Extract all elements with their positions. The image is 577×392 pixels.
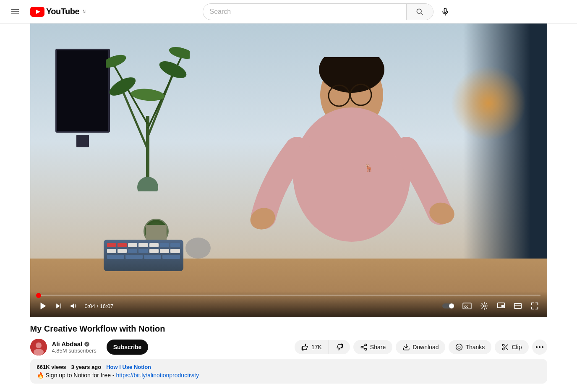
svg-point-60 bbox=[536, 346, 538, 348]
avatar-image bbox=[30, 339, 47, 355]
bg-mouse-pad bbox=[185, 238, 211, 259]
video-info: My Creative Workflow with Notion Ali Abd… bbox=[30, 317, 547, 387]
play-button[interactable] bbox=[37, 300, 50, 312]
svg-rect-7 bbox=[444, 8, 446, 12]
svg-point-35 bbox=[449, 303, 454, 308]
video-controls: 0:04 / 16:07 CC bbox=[30, 291, 547, 317]
action-buttons: 17K bbox=[295, 340, 547, 355]
progress-bar[interactable] bbox=[37, 295, 540, 296]
svg-point-26 bbox=[293, 107, 410, 242]
search-bar bbox=[203, 3, 433, 20]
description-text: 🔥 Sign up to Notion for free - https://b… bbox=[37, 372, 540, 379]
header-left: YouTubeIN bbox=[7, 3, 86, 20]
scissors-icon bbox=[501, 343, 509, 351]
autoplay-toggle-icon bbox=[442, 303, 454, 309]
thumbs-down-icon bbox=[336, 343, 343, 351]
share-label: Share bbox=[370, 344, 386, 350]
svg-marker-33 bbox=[70, 303, 74, 308]
voice-search-button[interactable] bbox=[437, 3, 454, 20]
share-icon bbox=[360, 343, 368, 351]
miniplayer-icon bbox=[497, 302, 505, 310]
svg-point-49 bbox=[365, 348, 367, 350]
svg-line-59 bbox=[506, 348, 508, 350]
volume-button[interactable] bbox=[68, 300, 80, 312]
dislike-button[interactable] bbox=[329, 340, 350, 354]
svg-point-44 bbox=[36, 342, 42, 348]
svg-rect-40 bbox=[501, 305, 504, 307]
bg-monitor bbox=[55, 49, 110, 133]
download-button[interactable]: Download bbox=[396, 340, 445, 354]
bg-warm-light bbox=[451, 65, 526, 141]
svg-point-62 bbox=[542, 346, 543, 348]
svg-point-47 bbox=[365, 344, 367, 346]
svg-point-18 bbox=[130, 88, 164, 102]
settings-button[interactable] bbox=[478, 300, 490, 312]
header-center bbox=[86, 3, 570, 20]
share-button[interactable]: Share bbox=[353, 340, 392, 354]
progress-dot bbox=[36, 293, 41, 298]
next-icon bbox=[55, 302, 63, 310]
progress-fill bbox=[37, 295, 39, 296]
clip-label: Clip bbox=[512, 344, 522, 350]
fullscreen-button[interactable] bbox=[529, 300, 540, 312]
more-options-button[interactable] bbox=[532, 340, 547, 355]
svg-text:CC: CC bbox=[464, 305, 468, 308]
bg-plant-svg bbox=[106, 32, 190, 191]
svg-rect-1 bbox=[11, 11, 19, 12]
video-thumbnail: 🦌 bbox=[30, 24, 547, 317]
subscribe-button[interactable]: Subscribe bbox=[107, 340, 149, 355]
svg-rect-32 bbox=[60, 303, 61, 308]
theater-icon bbox=[514, 302, 522, 310]
promo-icon: 🔥 bbox=[37, 372, 44, 379]
channel-name[interactable]: Ali Abdaal bbox=[52, 340, 97, 348]
desc-stats: 661K views 3 years ago How I Use Notion bbox=[37, 364, 540, 370]
volume-icon bbox=[70, 302, 78, 310]
miniplayer-button[interactable] bbox=[495, 300, 507, 312]
svg-point-19 bbox=[137, 177, 158, 191]
svg-point-38 bbox=[483, 305, 485, 307]
promo-text: Sign up to Notion for free - bbox=[45, 372, 116, 379]
next-button[interactable] bbox=[53, 300, 65, 312]
time-display: 0:04 / 16:07 bbox=[85, 303, 114, 309]
subtitles-icon: CC bbox=[462, 303, 472, 309]
svg-point-48 bbox=[361, 346, 363, 348]
youtube-logo[interactable]: YouTubeIN bbox=[30, 7, 86, 17]
like-button[interactable]: 17K bbox=[295, 340, 329, 354]
video-player[interactable]: 🦌 bbox=[30, 24, 547, 317]
search-button[interactable] bbox=[406, 3, 433, 20]
svg-point-53 bbox=[456, 344, 462, 350]
channel-avatar[interactable] bbox=[30, 339, 47, 355]
view-count: 661K views bbox=[37, 364, 66, 370]
like-dislike-group: 17K bbox=[295, 340, 350, 354]
svg-marker-31 bbox=[56, 303, 60, 308]
search-input[interactable] bbox=[203, 8, 406, 16]
channel-name-group: Ali Abdaal 4.85M subscribers bbox=[52, 340, 97, 354]
description-box[interactable]: 661K views 3 years ago How I Use Notion … bbox=[30, 359, 547, 384]
svg-line-51 bbox=[363, 345, 365, 347]
controls-row: 0:04 / 16:07 CC bbox=[37, 300, 540, 312]
hamburger-menu-button[interactable] bbox=[7, 3, 23, 20]
upload-time: 3 years ago bbox=[71, 364, 102, 370]
svg-point-46 bbox=[84, 342, 89, 347]
svg-point-17 bbox=[167, 45, 189, 61]
thanks-button[interactable]: Thanks bbox=[449, 340, 491, 354]
thumbs-up-icon bbox=[301, 343, 309, 351]
svg-text:🦌: 🦌 bbox=[364, 163, 374, 172]
microphone-icon bbox=[441, 8, 449, 16]
thanks-icon bbox=[455, 343, 463, 351]
clip-button[interactable]: Clip bbox=[495, 340, 528, 354]
main-content: 🦌 bbox=[20, 24, 557, 387]
autoplay-button[interactable] bbox=[441, 301, 456, 311]
svg-point-57 bbox=[503, 348, 505, 350]
svg-point-16 bbox=[106, 52, 128, 70]
more-dots-icon bbox=[536, 346, 543, 348]
subscriber-count: 4.85M subscribers bbox=[52, 348, 97, 354]
svg-point-56 bbox=[503, 344, 505, 346]
thanks-label: Thanks bbox=[465, 344, 485, 350]
hashtag[interactable]: How I Use Notion bbox=[106, 364, 151, 370]
promo-link[interactable]: https://bit.ly/alinotionproductivity bbox=[116, 372, 199, 379]
channel-info: Ali Abdaal 4.85M subscribers Subscribe bbox=[30, 339, 149, 355]
svg-point-61 bbox=[539, 346, 540, 348]
subtitles-button[interactable]: CC bbox=[461, 301, 473, 311]
theater-mode-button[interactable] bbox=[512, 300, 524, 312]
